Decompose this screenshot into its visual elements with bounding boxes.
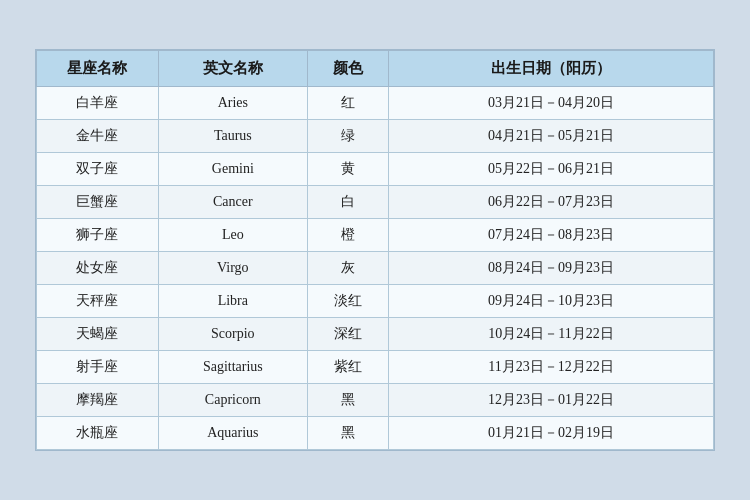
cell-date: 09月24日－10月23日 <box>389 285 714 318</box>
cell-chinese: 巨蟹座 <box>37 186 159 219</box>
header-color: 颜色 <box>307 51 388 87</box>
cell-chinese: 射手座 <box>37 351 159 384</box>
cell-chinese: 天蝎座 <box>37 318 159 351</box>
cell-date: 01月21日－02月19日 <box>389 417 714 450</box>
cell-date: 03月21日－04月20日 <box>389 87 714 120</box>
cell-chinese: 白羊座 <box>37 87 159 120</box>
cell-english: Gemini <box>158 153 307 186</box>
zodiac-table-container: 星座名称 英文名称 颜色 出生日期（阳历） 白羊座Aries红03月21日－04… <box>35 49 715 451</box>
cell-chinese: 双子座 <box>37 153 159 186</box>
cell-color: 红 <box>307 87 388 120</box>
cell-color: 灰 <box>307 252 388 285</box>
cell-color: 黄 <box>307 153 388 186</box>
table-row: 水瓶座Aquarius黑01月21日－02月19日 <box>37 417 714 450</box>
cell-chinese: 狮子座 <box>37 219 159 252</box>
cell-english: Cancer <box>158 186 307 219</box>
cell-date: 06月22日－07月23日 <box>389 186 714 219</box>
header-chinese: 星座名称 <box>37 51 159 87</box>
cell-chinese: 水瓶座 <box>37 417 159 450</box>
cell-english: Scorpio <box>158 318 307 351</box>
table-row: 摩羯座Capricorn黑12月23日－01月22日 <box>37 384 714 417</box>
cell-date: 08月24日－09月23日 <box>389 252 714 285</box>
cell-english: Taurus <box>158 120 307 153</box>
cell-date: 12月23日－01月22日 <box>389 384 714 417</box>
table-row: 白羊座Aries红03月21日－04月20日 <box>37 87 714 120</box>
table-row: 狮子座Leo橙07月24日－08月23日 <box>37 219 714 252</box>
table-row: 双子座Gemini黄05月22日－06月21日 <box>37 153 714 186</box>
cell-color: 深红 <box>307 318 388 351</box>
header-english: 英文名称 <box>158 51 307 87</box>
cell-english: Leo <box>158 219 307 252</box>
cell-english: Aquarius <box>158 417 307 450</box>
cell-english: Libra <box>158 285 307 318</box>
cell-color: 白 <box>307 186 388 219</box>
cell-color: 淡红 <box>307 285 388 318</box>
cell-color: 绿 <box>307 120 388 153</box>
cell-english: Aries <box>158 87 307 120</box>
cell-date: 04月21日－05月21日 <box>389 120 714 153</box>
cell-chinese: 金牛座 <box>37 120 159 153</box>
cell-color: 黑 <box>307 417 388 450</box>
table-row: 射手座Sagittarius紫红11月23日－12月22日 <box>37 351 714 384</box>
table-row: 天蝎座Scorpio深红10月24日－11月22日 <box>37 318 714 351</box>
table-row: 天秤座Libra淡红09月24日－10月23日 <box>37 285 714 318</box>
header-date: 出生日期（阳历） <box>389 51 714 87</box>
table-row: 处女座Virgo灰08月24日－09月23日 <box>37 252 714 285</box>
table-body: 白羊座Aries红03月21日－04月20日金牛座Taurus绿04月21日－0… <box>37 87 714 450</box>
cell-date: 10月24日－11月22日 <box>389 318 714 351</box>
table-row: 金牛座Taurus绿04月21日－05月21日 <box>37 120 714 153</box>
cell-color: 紫红 <box>307 351 388 384</box>
cell-chinese: 摩羯座 <box>37 384 159 417</box>
cell-english: Capricorn <box>158 384 307 417</box>
cell-date: 05月22日－06月21日 <box>389 153 714 186</box>
zodiac-table: 星座名称 英文名称 颜色 出生日期（阳历） 白羊座Aries红03月21日－04… <box>36 50 714 450</box>
cell-english: Sagittarius <box>158 351 307 384</box>
table-row: 巨蟹座Cancer白06月22日－07月23日 <box>37 186 714 219</box>
cell-color: 橙 <box>307 219 388 252</box>
cell-chinese: 天秤座 <box>37 285 159 318</box>
cell-color: 黑 <box>307 384 388 417</box>
cell-english: Virgo <box>158 252 307 285</box>
cell-chinese: 处女座 <box>37 252 159 285</box>
cell-date: 07月24日－08月23日 <box>389 219 714 252</box>
cell-date: 11月23日－12月22日 <box>389 351 714 384</box>
table-header-row: 星座名称 英文名称 颜色 出生日期（阳历） <box>37 51 714 87</box>
